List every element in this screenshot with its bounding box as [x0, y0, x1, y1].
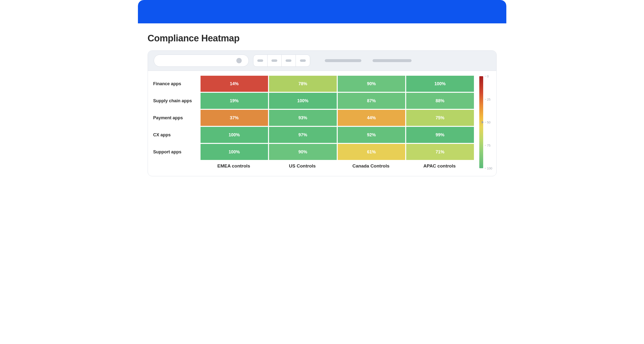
placeholder-icon — [300, 59, 306, 62]
heatmap-cell[interactable]: 97% — [269, 127, 337, 143]
heatmap-cell[interactable]: 100% — [200, 144, 268, 160]
legend-ticks: 0255075100 — [485, 76, 491, 168]
heatmap-legend: 0255075100 — [479, 76, 491, 169]
heatmap-wrap: Finance apps14%78%90%100%Supply chain ap… — [148, 71, 496, 176]
heatmap-cell[interactable]: 100% — [406, 76, 474, 92]
legend-tick: 100 — [485, 167, 492, 170]
heatmap-cell[interactable]: 90% — [269, 144, 337, 160]
placeholder-icon — [257, 59, 263, 62]
search-input[interactable] — [154, 54, 249, 67]
heatmap-card: Finance apps14%78%90%100%Supply chain ap… — [148, 50, 496, 176]
heatmap-row-label: Finance apps — [153, 76, 200, 92]
heatmap-row-label: Supply chain apps — [153, 93, 200, 109]
toolbar-placeholder — [372, 59, 412, 62]
heatmap-column-label: US Controls — [268, 163, 337, 169]
search-indicator-icon — [236, 58, 242, 63]
legend-tick: 75 — [485, 143, 490, 147]
heatmap-column-label: APAC controls — [405, 163, 474, 169]
heatmap-cell[interactable]: 19% — [200, 93, 268, 109]
legend-pointer-icon — [482, 121, 484, 124]
heatmap-cell[interactable]: 92% — [338, 127, 406, 143]
heatmap-cell[interactable]: 100% — [200, 127, 268, 143]
heatmap-cell[interactable]: 88% — [406, 93, 474, 109]
heatmap-row-label: Payment apps — [153, 110, 200, 126]
view-toggle-2[interactable] — [268, 55, 282, 66]
placeholder-icon — [286, 59, 292, 62]
heatmap-cell[interactable]: 90% — [338, 76, 406, 92]
view-toggle-3[interactable] — [282, 55, 296, 66]
heatmap-cell[interactable]: 61% — [338, 144, 406, 160]
page-title: Compliance Heatmap — [148, 33, 496, 43]
heatmap-cell[interactable]: 93% — [269, 110, 337, 126]
toolbar — [148, 51, 496, 71]
heatmap-column-label: EMEA controls — [200, 163, 268, 169]
heatmap-main: Finance apps14%78%90%100%Supply chain ap… — [153, 76, 474, 169]
top-banner — [138, 0, 506, 23]
page-container: Compliance Heatmap Finance apps14%78%90%… — [138, 0, 506, 184]
heatmap-cell[interactable]: 99% — [406, 127, 474, 143]
legend-tick: 50 — [485, 120, 490, 124]
view-toggle-4[interactable] — [296, 55, 310, 66]
view-toggle-1[interactable] — [254, 55, 268, 66]
heatmap-cell[interactable]: 87% — [338, 93, 406, 109]
heatmap-row-label: Support apps — [153, 144, 200, 160]
heatmap-row-label: CX apps — [153, 127, 200, 143]
heatmap-cell[interactable]: 78% — [269, 76, 337, 92]
heatmap-cell[interactable]: 71% — [406, 144, 474, 160]
heatmap-cell[interactable]: 37% — [200, 110, 268, 126]
heatmap-column-labels: EMEA controlsUS ControlsCanada ControlsA… — [153, 163, 474, 169]
toolbar-placeholder — [325, 59, 361, 62]
legend-tick: 25 — [485, 97, 490, 101]
heatmap-cell[interactable]: 44% — [338, 110, 406, 126]
heatmap-grid: Finance apps14%78%90%100%Supply chain ap… — [153, 76, 474, 160]
view-toggle-group — [253, 54, 310, 67]
content-area: Compliance Heatmap Finance apps14%78%90%… — [138, 23, 506, 184]
placeholder-icon — [272, 59, 277, 62]
heatmap-cell[interactable]: 14% — [200, 76, 268, 92]
heatmap-cell[interactable]: 100% — [269, 93, 337, 109]
legend-tick: 0 — [485, 74, 489, 78]
heatmap-cell[interactable]: 75% — [406, 110, 474, 126]
heatmap-column-label: Canada Controls — [337, 163, 406, 169]
